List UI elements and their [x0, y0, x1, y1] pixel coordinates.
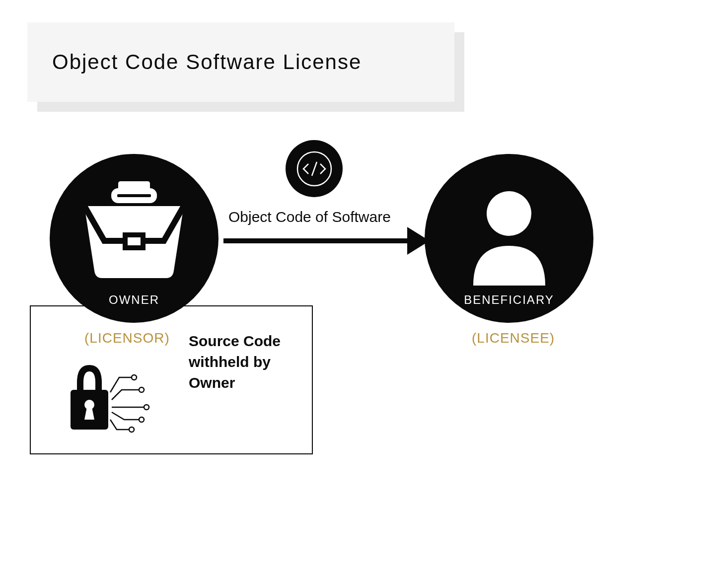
- beneficiary-label: BENEFICIARY: [425, 293, 593, 307]
- code-icon: [294, 149, 334, 189]
- svg-point-7: [139, 387, 144, 392]
- arrow-line: [223, 238, 417, 243]
- diagram-title: Object Code Software License: [52, 50, 362, 74]
- svg-point-6: [132, 375, 137, 380]
- transfer-label: Object Code of Software: [228, 209, 391, 225]
- lock-circuit-icon: [65, 358, 154, 437]
- user-icon: [473, 191, 545, 286]
- svg-point-9: [139, 417, 144, 422]
- svg-point-2: [487, 191, 531, 236]
- svg-rect-1: [125, 235, 143, 248]
- owner-label: OWNER: [50, 293, 218, 307]
- title-box: Object Code Software License: [27, 22, 454, 102]
- briefcase-icon: [79, 181, 189, 281]
- svg-point-8: [144, 405, 149, 410]
- source-code-note: Source Code withheld by Owner: [189, 331, 288, 393]
- code-circle: [286, 140, 343, 197]
- svg-point-10: [129, 427, 134, 432]
- arrow-head-icon: [407, 227, 430, 255]
- licensee-role-label: (LICENSEE): [472, 330, 555, 346]
- svg-rect-0: [114, 191, 154, 200]
